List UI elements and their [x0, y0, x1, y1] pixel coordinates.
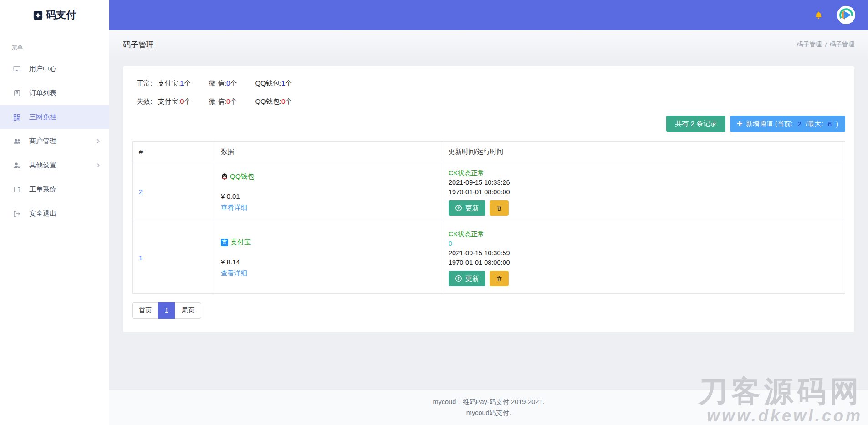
col-header-id: #	[133, 142, 214, 162]
breadcrumb-separator: /	[825, 41, 827, 48]
stat-qq-wallet: QQ钱包:1个	[255, 79, 292, 88]
row-actions: 更新	[449, 200, 838, 216]
qq-icon	[221, 173, 228, 180]
sidebar-item-label: 安全退出	[29, 209, 56, 218]
row-actions: 更新	[449, 271, 838, 286]
chevron-right-icon	[95, 162, 101, 168]
row-data-cell: QQ钱包 ¥ 0.01 查看详细	[214, 162, 442, 222]
update-button[interactable]: 更新	[449, 271, 485, 286]
row-id-cell: 2	[133, 162, 214, 222]
sidebar-item-logout[interactable]: 安全退出	[0, 202, 109, 226]
view-detail-link[interactable]: 查看详细	[221, 203, 247, 212]
view-detail-link[interactable]: 查看详细	[221, 269, 247, 278]
app-root: 码支付 菜单 用户中心 订单列表 三网免挂	[0, 0, 868, 425]
stats-row-label: 失效:	[137, 97, 152, 106]
current-channel-count: 2	[797, 120, 801, 128]
channel-stats: 正常: 支付宝:1个 微 信:0个 QQ钱包:1个 失效: 支付宝:0个 微 信…	[132, 78, 845, 106]
sidebar-item-merchant-mgmt[interactable]: 商户管理	[0, 129, 109, 153]
update-button[interactable]: 更新	[449, 200, 485, 216]
stat-value: 1	[180, 79, 184, 87]
row-id-cell: 1	[133, 222, 214, 294]
logo-text: 码支付	[46, 8, 76, 22]
plus-icon: ✚	[737, 120, 743, 128]
record-count-badge: 共有 2 条记录	[666, 116, 725, 132]
table-header-row: # 数据 更新时间/运行时间	[133, 142, 845, 162]
stat-wechat: 微 信:0个	[209, 79, 237, 88]
refresh-circle-icon	[455, 204, 462, 212]
content-area: 正常: 支付宝:1个 微 信:0个 QQ钱包:1个 失效: 支付宝:0个 微 信…	[109, 59, 868, 389]
main-column: 码子管理 码子管理 / 码子管理 正常: 支付宝:1个 微 信:0个 QQ钱包:…	[109, 0, 868, 425]
table-toolbar: 共有 2 条记录 ✚ 新增通道 (当前: 2 /最大: 6 )	[132, 116, 845, 132]
row-data-cell: 支 支付宝 ¥ 8.14 查看详细	[214, 222, 442, 294]
wallet-type: QQ钱包	[221, 172, 435, 181]
amount-text: ¥ 0.01	[221, 192, 435, 200]
ck-status-text: CK状态正常	[449, 229, 838, 239]
delete-button[interactable]	[490, 271, 509, 286]
merchants-icon	[12, 137, 21, 146]
breadcrumb-item[interactable]: 码子管理	[830, 40, 854, 49]
app-logo[interactable]: 码支付	[0, 0, 109, 30]
page-footer: mycoud二维码Pay-码支付 2019-2021. mycoud码支付.	[109, 389, 868, 425]
sidebar: 码支付 菜单 用户中心 订单列表 三网免挂	[0, 0, 109, 425]
table-row: 2 QQ钱包 ¥ 0.01 查看详细	[133, 162, 845, 222]
stats-invalid-row: 失效: 支付宝:0个 微 信:0个 QQ钱包:0个	[137, 97, 841, 106]
pagination-page-1[interactable]: 1	[158, 302, 175, 319]
pagination-first[interactable]: 首页	[132, 302, 158, 319]
page-header: 码子管理 码子管理 / 码子管理	[109, 30, 868, 59]
pagination-last[interactable]: 尾页	[175, 302, 201, 319]
table-row: 1 支 支付宝 ¥ 8.14 查看详细 CK状态正常	[133, 222, 845, 294]
row-time-cell: CK状态正常 0 2021-09-15 10:30:59 1970-01-01 …	[442, 222, 845, 294]
sidebar-item-label: 用户中心	[29, 65, 56, 73]
wallet-type: 支 支付宝	[221, 238, 435, 247]
run-time: 1970-01-01 08:00:00	[449, 258, 838, 268]
add-channel-button[interactable]: ✚ 新增通道 (当前: 2 /最大: 6 )	[730, 116, 845, 132]
max-channel-count: 6	[828, 120, 832, 128]
stat-qq-wallet: QQ钱包:0个	[255, 97, 292, 106]
page-title: 码子管理	[123, 40, 154, 50]
col-header-time: 更新时间/运行时间	[442, 142, 845, 162]
stat-alipay: 支付宝:0个	[158, 97, 191, 106]
trash-icon	[496, 275, 503, 282]
sidebar-item-label: 商户管理	[29, 137, 56, 146]
sidebar-item-label: 三网免挂	[29, 113, 56, 121]
amount-text: ¥ 8.14	[221, 258, 435, 266]
user-gear-icon	[12, 161, 21, 170]
stat-value: 0	[281, 97, 285, 105]
stat-value: 1	[281, 79, 285, 87]
ck-status-text: CK状态正常	[449, 168, 838, 178]
col-header-data: 数据	[214, 142, 442, 162]
stat-wechat: 微 信:0个	[209, 97, 237, 106]
bell-icon[interactable]	[814, 10, 823, 20]
breadcrumb: 码子管理 / 码子管理	[797, 40, 854, 49]
delete-button[interactable]	[490, 200, 509, 216]
sidebar-item-three-net[interactable]: 三网免挂	[0, 105, 109, 129]
alipay-icon: 支	[221, 239, 228, 246]
sidebar-item-user-center[interactable]: 用户中心	[0, 57, 109, 81]
channels-table: # 数据 更新时间/运行时间 2	[132, 141, 845, 294]
sidebar-item-order-list[interactable]: 订单列表	[0, 81, 109, 105]
run-time: 1970-01-01 08:00:00	[449, 187, 838, 197]
ticket-icon	[12, 185, 21, 194]
stats-row-label: 正常:	[137, 79, 152, 88]
update-time: 2021-09-15 10:33:26	[449, 178, 838, 187]
footer-line-2: mycoud码支付.	[466, 409, 511, 417]
stat-alipay: 支付宝:1个	[158, 79, 191, 88]
chevron-right-icon	[95, 138, 101, 144]
main-card: 正常: 支付宝:1个 微 信:0个 QQ钱包:1个 失效: 支付宝:0个 微 信…	[123, 66, 854, 332]
update-time: 2021-09-15 10:30:59	[449, 248, 838, 258]
logo-star-icon	[33, 10, 43, 20]
sidebar-item-other-settings[interactable]: 其他设置	[0, 153, 109, 177]
pagination: 首页 1 尾页	[132, 302, 845, 319]
menu-section-label: 菜单	[0, 30, 109, 57]
sidebar-item-label: 其他设置	[29, 161, 56, 170]
sidebar-item-label: 订单列表	[29, 89, 56, 97]
logout-icon	[12, 209, 21, 218]
row-time-cell: CK状态正常 2021-09-15 10:33:26 1970-01-01 08…	[442, 162, 845, 222]
topbar	[109, 0, 868, 30]
user-avatar[interactable]	[837, 6, 855, 24]
desktop-icon	[12, 65, 21, 74]
sidebar-item-ticket-system[interactable]: 工单系统	[0, 177, 109, 202]
breadcrumb-item[interactable]: 码子管理	[797, 40, 822, 49]
trash-icon	[496, 205, 503, 212]
sidebar-item-label: 工单系统	[29, 185, 56, 194]
